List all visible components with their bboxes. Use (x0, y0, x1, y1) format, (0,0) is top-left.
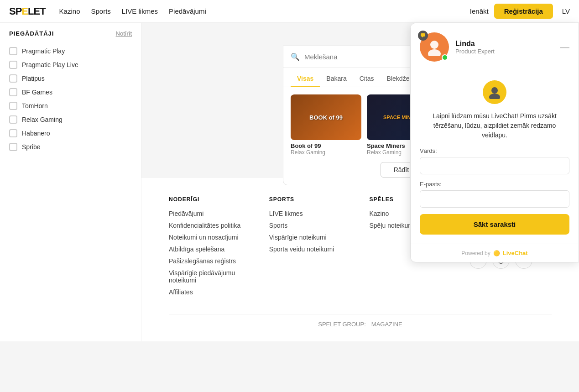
provider-platipus[interactable]: Platipus (9, 72, 132, 85)
providers-list: Pragmatic Play Pragmatic Play Live Plati… (9, 44, 132, 154)
sidebar-header: PIEGĀDĀTĀJI Notīrīt (9, 30, 132, 37)
magazine-label: MAGAZINE (371, 321, 402, 328)
footer-link-live-likmes[interactable]: LIVE likmes (269, 210, 351, 217)
chat-welcome-text: Laipni lūdzam mūsu LiveChat! Pirms uzsāk… (420, 111, 569, 140)
provider-label: Pragmatic Play (22, 47, 65, 55)
provider-label: BF Games (22, 89, 52, 96)
chat-name-input[interactable] (420, 157, 569, 174)
checkbox-bfgames[interactable] (9, 88, 17, 96)
footer-link-visparejie-piedavajumi[interactable]: Vispārīgie piedāvājumu noteikumi (169, 269, 251, 284)
svg-marker-3 (422, 37, 423, 37)
footer-col-sports: SPORTS LIVE likmes Sports Vispārīgie not… (269, 196, 351, 300)
chat-widget: Linda Product Expert — Laipni lūdzam mūs… (410, 23, 579, 262)
nav-kazino[interactable]: Kazino (59, 7, 80, 15)
footer-link-piedavajumi[interactable]: Piedāvājumi (169, 210, 251, 217)
footer-col-title-noderigi: NODERĪGI (169, 196, 251, 203)
powered-by-label: Powered by (461, 250, 490, 256)
game-thumb-label: BOOK of 99 (291, 94, 361, 140)
chat-avatar-wrap (420, 32, 449, 62)
chat-agent-info: Linda Product Expert (420, 32, 495, 62)
chat-start-button[interactable]: Sākt saraksti (420, 214, 569, 235)
user-icon (488, 85, 501, 99)
agent-role: Product Expert (455, 48, 495, 55)
spelet-group-label: SPELET GROUP: (318, 321, 366, 328)
footer-link-atbildiga[interactable]: Atbildīga spēlēšana (169, 246, 251, 253)
footer-link-sports[interactable]: Sports (269, 222, 351, 229)
sidebar-clear-button[interactable]: Notīrīt (116, 30, 132, 37)
livechat-icon: 🟡 (493, 250, 500, 256)
providers-sidebar: PIEGĀDĀTĀJI Notīrīt Pragmatic Play Pragm… (0, 23, 141, 341)
login-button[interactable]: Ienākt (470, 7, 489, 15)
tab-bakara[interactable]: Bakara (320, 71, 353, 87)
chat-email-input[interactable] (420, 190, 569, 208)
game-thumb-book99: BOOK of 99 (291, 94, 361, 140)
search-icon: 🔍 (291, 52, 300, 61)
register-button[interactable]: Reģistrācija (494, 4, 553, 19)
checkbox-habanero[interactable] (9, 129, 17, 137)
footer-link-sporta-veidu[interactable]: Sporta veidu noteikumi (269, 246, 351, 253)
checkbox-relax[interactable] (9, 115, 17, 124)
svg-point-4 (491, 87, 498, 94)
chat-powered-by: Powered by 🟡 LiveChat (411, 244, 579, 262)
header-actions: Ienākt Reģistrācija LV (470, 4, 570, 19)
checkbox-pragmatic[interactable] (9, 47, 17, 55)
provider-tomhorn[interactable]: TomHorn (9, 99, 132, 113)
chat-name-label: Vārds: (420, 147, 569, 154)
checkbox-spribe[interactable] (9, 143, 17, 151)
provider-label: Relax Gaming (22, 116, 63, 123)
provider-habanero[interactable]: Habanero (9, 126, 132, 140)
language-selector[interactable]: LV (562, 7, 570, 15)
main-nav: Kazino Sports LIVE likmes Piedāvājumi (59, 7, 206, 15)
checkbox-platipus[interactable] (9, 74, 17, 83)
chat-badge-icon (418, 31, 428, 41)
tab-citas[interactable]: Citas (353, 71, 381, 87)
provider-label: Pragmatic Play Live (22, 61, 78, 68)
agent-name: Linda (455, 40, 495, 48)
nav-live[interactable]: LIVE likmes (122, 7, 158, 15)
svg-point-0 (430, 41, 438, 49)
footer-col-title-sports: SPORTS (269, 196, 351, 203)
provider-bfgames[interactable]: BF Games (9, 85, 132, 99)
agent-details: Linda Product Expert (455, 40, 495, 55)
game-book99[interactable]: BOOK of 99 Book of 99 Relax Gaming (291, 94, 361, 156)
footer-link-noteikumi[interactable]: Noteikumi un nosacījumi (169, 234, 251, 241)
provider-label: Habanero (22, 130, 50, 137)
svg-point-5 (489, 94, 500, 99)
provider-relax[interactable]: Relax Gaming (9, 113, 132, 126)
svg-point-1 (428, 49, 441, 56)
logo[interactable]: SPELET (9, 5, 46, 17)
footer-col-noderigi: NODERĪGI Piedāvājumi Konfidencialitātes … (169, 196, 251, 300)
chat-header: Linda Product Expert — (411, 23, 579, 71)
provider-label: TomHorn (22, 102, 48, 110)
footer-link-konfidencialitate[interactable]: Konfidencialitātes politika (169, 222, 251, 229)
checkbox-pragmatic-live[interactable] (9, 61, 17, 69)
livechat-logo: LiveChat (503, 250, 528, 256)
nav-piedavajumi[interactable]: Piedāvājumi (169, 7, 206, 15)
tab-visas[interactable]: Visas (291, 71, 320, 87)
chat-bubble-icon (420, 33, 426, 38)
chat-minimize-button[interactable]: — (560, 42, 569, 52)
footer-link-affiliates[interactable]: Affiliates (169, 288, 251, 296)
chat-email-label: E-pasts: (420, 181, 569, 188)
checkbox-tomhorn[interactable] (9, 102, 17, 110)
provider-pragmatic[interactable]: Pragmatic Play (9, 44, 132, 58)
provider-pragmatic-live[interactable]: Pragmatic Play Live (9, 58, 132, 72)
chat-user-icon (483, 80, 506, 104)
provider-label: Platipus (22, 75, 45, 82)
footer-bottom: SPELET GROUP: MAGAZINE (169, 314, 552, 328)
provider-label: Spribe (22, 143, 40, 151)
footer-link-visparigie-noteikumi[interactable]: Vispārīgie noteikumi (269, 234, 351, 241)
online-status-indicator (442, 54, 448, 61)
chat-body: Laipni lūdzam mūsu LiveChat! Pirms uzsāk… (411, 71, 579, 244)
footer-link-pasislegšanas[interactable]: Pašizslēgšanas reģistrs (169, 257, 251, 265)
nav-sports[interactable]: Sports (91, 7, 110, 15)
game-provider-book99: Relax Gaming (291, 149, 361, 156)
sidebar-title: PIEGĀDĀTĀJI (9, 30, 54, 37)
provider-spribe[interactable]: Spribe (9, 140, 132, 154)
svg-rect-2 (421, 33, 425, 37)
header: SPELET Kazino Sports LIVE likmes Piedāvā… (0, 0, 579, 23)
game-name-book99: Book of 99 (291, 142, 361, 149)
avatar-icon (425, 38, 443, 56)
